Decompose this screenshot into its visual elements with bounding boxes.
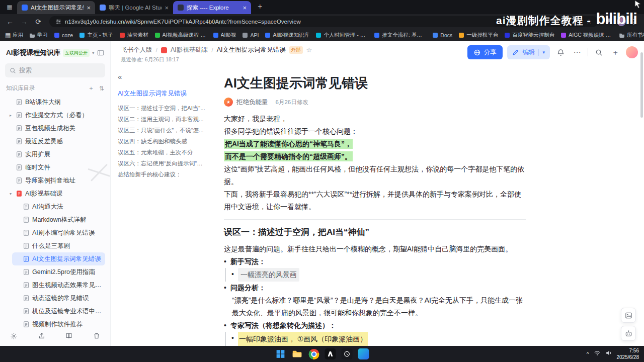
tab-close-icon[interactable]: × (165, 4, 169, 12)
sidebar-search-input[interactable]: 搜索 (5, 63, 105, 77)
browser-tab[interactable]: 聊天 | Google AI Studio ---- C.. × (95, 1, 173, 14)
bookmark-item[interactable]: coze (54, 32, 73, 38)
dark-app-icon[interactable] (324, 347, 337, 360)
wiki-tree-item[interactable]: 动态运镜的常见错误 (12, 292, 105, 305)
wiki-tree-item[interactable]: B站课件大纲 (5, 96, 105, 109)
wiki-tree-item[interactable]: 图生视频动态效果常见错误 (12, 279, 105, 292)
outline-item[interactable]: 误区二：滥用主观词，而非客观... (118, 114, 207, 125)
bookmark-item[interactable]: Docs (433, 32, 452, 38)
bookmark-item[interactable]: 所有书签 (619, 32, 644, 39)
outline-active-item[interactable]: AI文生图提示词常见错误 (118, 89, 206, 98)
bookmark-item[interactable]: AI影视课知识库 (265, 32, 309, 39)
edit-button[interactable]: 编辑 ▾ (507, 45, 550, 59)
media-app-icon[interactable] (357, 347, 370, 360)
notifications-bell-icon[interactable] (554, 49, 567, 56)
outline-item[interactable]: 误区四：缺乏构图和镜头感 (118, 136, 207, 147)
collapse-sidebar-icon[interactable] (97, 49, 104, 56)
wifi-icon[interactable] (594, 349, 601, 358)
chevron-down-icon[interactable]: ▾ (92, 50, 95, 55)
bookmark-star-icon[interactable]: ☆ (586, 18, 592, 25)
sort-icon[interactable]: ⇅ (99, 85, 104, 92)
settings-gear-icon[interactable] (10, 332, 18, 342)
back-button[interactable]: ← (4, 18, 16, 26)
doc-search-icon[interactable] (593, 49, 605, 56)
new-tab-button[interactable]: ＋ (256, 2, 264, 11)
tab-close-icon[interactable]: × (243, 4, 247, 12)
bookmark-item[interactable]: API (243, 32, 259, 38)
wiki-tree-item[interactable]: Markdown格式详解 (12, 213, 105, 226)
wiki-tree-item[interactable]: 作业提交方式（必看） (5, 109, 105, 122)
bookmark-item[interactable]: 推文全流程: 基础... (374, 32, 426, 39)
bookmark-item[interactable]: 应用 (5, 32, 23, 39)
outline-item[interactable]: 误区六：忘记使用“反向提示词”（... (118, 158, 207, 169)
export-icon[interactable] (38, 332, 45, 341)
library-book-icon[interactable] (65, 332, 72, 341)
wiki-tree-item[interactable]: AI沟通大法 (12, 200, 105, 213)
tab-search-icon[interactable]: ▦ (5, 3, 14, 12)
create-new-icon[interactable]: ＋ (609, 48, 621, 57)
document[interactable]: AI文生图提示词常见错误 ★ 拒绝负能量 6月26日修改 大家好，我是老程， 很… (224, 65, 526, 346)
outline-item[interactable]: 误区五：元素堆砌，主次不分 (118, 147, 207, 158)
breadcrumb-space[interactable]: AI影视基础课 (171, 46, 208, 54)
forward-button[interactable]: → (18, 18, 30, 26)
bookmark-item[interactable]: 学习 (30, 32, 48, 39)
taskbar-clock[interactable]: 7:56 2025/6/28 (617, 347, 639, 360)
share-button[interactable]: 分享 (467, 45, 503, 59)
outline-collapse-icon[interactable]: « (118, 72, 122, 81)
bookmark-item[interactable]: AI影视 (213, 32, 236, 39)
address-bar[interactable]: n13xv3q1y0o.feishu.cn/wiki/SpnrwEK7UiPOP… (49, 16, 598, 27)
clock-app-icon[interactable] (341, 347, 354, 360)
wiki-tree-item[interactable]: 导师案例抖音地址 (5, 174, 105, 187)
browser-tab[interactable]: AI文生图提示词常见错误 - 飞.. × (17, 1, 95, 14)
wiki-tree-item[interactable]: 临时文件 (5, 161, 105, 174)
chrome-icon[interactable] (307, 347, 320, 360)
outline-item[interactable]: 误区一：描述过于空洞，把AI当“... (118, 103, 207, 114)
bookmark-item[interactable]: 油管素材 (120, 32, 148, 39)
wiki-tree-item[interactable]: Gemini2.5pro使用指南 (12, 265, 105, 279)
bookmark-item[interactable]: 百度智能云控制台 (505, 32, 554, 39)
wiki-tree-item[interactable]: 什么是三幕剧 (12, 239, 105, 252)
tray-expand-icon[interactable]: ^ (587, 351, 589, 357)
breadcrumb-root[interactable]: 飞书个人版 (121, 46, 152, 54)
extensions-icon[interactable] (603, 18, 615, 26)
browser-tab[interactable]: 探索 ---- Explore × (173, 1, 251, 14)
more-options-icon[interactable]: ⋯ (571, 48, 583, 57)
bookmark-item[interactable]: 一级授权平台 (459, 32, 498, 39)
wiki-tree-item[interactable]: AI文生图提示词常见错误 (12, 252, 105, 265)
outline-item[interactable]: 总结给新手的核心建议： (118, 169, 207, 180)
wiki-tree-item[interactable]: 实用扩展 (5, 148, 105, 161)
user-avatar[interactable] (626, 46, 638, 58)
trash-icon[interactable] (93, 332, 100, 341)
author-name[interactable]: 拒绝负能量 (236, 98, 268, 107)
edit-caret-icon[interactable]: ▾ (542, 50, 545, 55)
scrollbar[interactable] (640, 52, 643, 118)
file-explorer-icon[interactable] (291, 347, 304, 360)
tab-close-icon[interactable]: × (87, 4, 91, 12)
wiki-tree-item[interactable]: AI剧本编写的常见错误 (12, 226, 105, 239)
start-button[interactable] (274, 347, 287, 360)
breadcrumb-current[interactable]: AI文生图提示词常见错误 (217, 46, 286, 54)
assistant-widget-button[interactable] (621, 326, 636, 341)
author-avatar[interactable]: ★ (224, 98, 233, 107)
expand-arrow-icon[interactable] (8, 192, 13, 196)
bookmark-item[interactable]: 个人时间管理 - 飞... (316, 32, 368, 39)
volume-icon[interactable] (605, 349, 612, 358)
wiki-tree-item[interactable]: AI影视基础课 (5, 187, 105, 200)
wiki-tree-item[interactable]: 最近反差灵感 (5, 135, 105, 148)
tab-favicon (100, 5, 106, 11)
bookmark-item[interactable]: AIGC 视频娱课 第... (561, 32, 613, 39)
expand-arrow-icon[interactable] (8, 113, 13, 118)
wiki-tree-item[interactable]: 机位及运镜专业术语中英文对... (12, 305, 105, 318)
favorite-star-icon[interactable]: ☆ (306, 46, 312, 54)
refresh-button[interactable]: ⟳ (32, 18, 44, 26)
wiki-tree-item[interactable]: 豆包视频生成相关 (5, 122, 105, 135)
bookmark-item[interactable]: 主页 - 扒子 (79, 32, 113, 39)
template-widget-button[interactable] (621, 308, 636, 323)
browser-menu-icon[interactable]: ⋮ (628, 18, 640, 26)
outline-item[interactable]: 误区三：只说“画什么”，不说“怎... (118, 125, 207, 136)
bookmark-item[interactable]: AI视频高级课程 -... (155, 32, 207, 39)
site-info-icon[interactable] (55, 19, 61, 25)
add-page-icon[interactable]: ＋ (88, 84, 94, 93)
workspace-row[interactable]: AI影视课程知识库 互联网公开 ▾ (5, 46, 105, 59)
browser-profile-avatar[interactable] (617, 17, 626, 26)
